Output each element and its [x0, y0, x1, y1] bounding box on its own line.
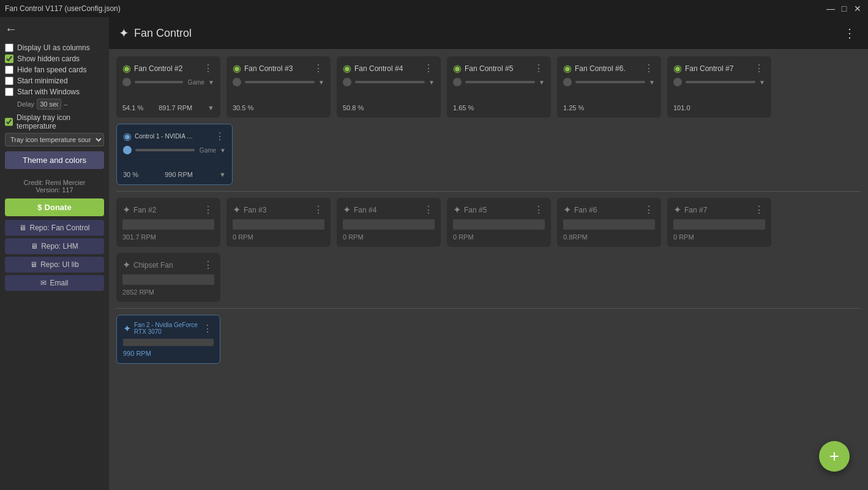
chipset-header: ✦ Chipset Fan ⋮: [122, 259, 214, 271]
nvidia-mini-menu-button[interactable]: ⋮: [201, 323, 214, 334]
fan-speed-card-fan3: ✦ Fan #3 ⋮ 0 RPM: [226, 198, 331, 247]
delay-row: Delay –: [17, 99, 104, 110]
fc3-header: ◉ Fan Control #3 ⋮: [233, 62, 324, 74]
fc4-dropdown-arrow: ▼: [428, 79, 435, 86]
fc2-header: ◉ Fan Control #2 ⋮: [122, 62, 214, 74]
display-tray-checkbox[interactable]: [5, 118, 13, 126]
fan1-menu-button[interactable]: ⋮: [202, 204, 214, 216]
fc6-title: Fan Control #6.: [575, 64, 626, 73]
fc5-menu-button[interactable]: ⋮: [533, 62, 545, 74]
minimize-button[interactable]: —: [825, 3, 836, 14]
fc7-control: ▼: [673, 78, 765, 86]
fc3-control: ▼: [233, 78, 324, 86]
fan4-menu-button[interactable]: ⋮: [422, 204, 435, 216]
fc5-control-bar: [465, 81, 535, 83]
repo-ui-lib-label: Repo: UI lib: [40, 260, 79, 269]
display-col-checkbox[interactable]: [5, 43, 13, 52]
fc2-menu-button[interactable]: ⋮: [202, 62, 214, 74]
fc3-fan-icon: ◉: [233, 62, 241, 74]
fc2-title: Fan Control #2: [134, 64, 182, 73]
fc5-control: ▼: [453, 78, 545, 86]
fan7-rpm: 0 RPM: [673, 233, 765, 241]
fan6-bar: [563, 219, 655, 230]
fc7-menu-button[interactable]: ⋮: [753, 62, 765, 74]
start-minimized-checkbox[interactable]: [5, 77, 13, 85]
start-minimized-row: Start minimized: [5, 77, 104, 85]
credit-section: Credit: Remi Mercier Version: 117: [5, 179, 104, 194]
display-col-row: Display UI as columns: [5, 43, 104, 52]
nvidia-mini-header: ✦ Fan 2 - Nvidia GeForce RTX 3070 ⋮: [123, 322, 214, 335]
fc5-control-circle: [453, 78, 462, 86]
fan-control-card-nvidia: ◉ Control 1 - NVIDIA GeForce RTX 3070 ⋮ …: [116, 124, 233, 185]
display-tray-row: Display tray icon temperature: [5, 113, 104, 130]
envelope-icon: ✉: [40, 279, 47, 287]
fan-control-card-fc4: ◉ Fan Control #4 ⋮ ▼ 50.8 %: [337, 56, 441, 118]
maximize-button[interactable]: □: [839, 3, 850, 14]
credit-text: Credit: Remi Mercier: [5, 179, 104, 186]
fc4-menu-button[interactable]: ⋮: [422, 62, 435, 74]
fan1-rpm: 301.7 RPM: [122, 233, 214, 241]
repo-ui-lib-button[interactable]: 🖥 Repo: UI lib: [5, 257, 104, 273]
delay-dash: –: [64, 100, 67, 108]
close-button[interactable]: ✕: [852, 3, 863, 14]
fc5-dropdown-arrow: ▼: [539, 79, 545, 86]
start-windows-checkbox[interactable]: [5, 88, 13, 96]
repo-fan-control-button[interactable]: 🖥 Repo: Fan Control: [5, 220, 104, 236]
fc3-percent: 30.5 %: [233, 104, 253, 111]
fan7-title: Fan #7: [684, 206, 707, 214]
fan5-menu-button[interactable]: ⋮: [533, 204, 545, 216]
back-button[interactable]: ←: [5, 22, 104, 36]
display-tray-label: Display tray icon temperature: [17, 113, 104, 130]
hide-fan-speed-row: Hide fan speed cards: [5, 66, 104, 74]
repo-lhm-button[interactable]: 🖥 Repo: LHM: [5, 238, 104, 254]
fc5-percent: 1.65 %: [453, 104, 474, 111]
start-minimized-label: Start minimized: [17, 77, 68, 85]
repo-lhm-label: Repo: LHM: [41, 242, 78, 251]
donate-button[interactable]: $ Donate: [5, 198, 104, 216]
main-content: ✦ Fan Control ⋮ ◉ Fan Control #2 ⋮: [109, 17, 868, 490]
fan6-menu-button[interactable]: ⋮: [643, 204, 655, 216]
fc3-title: Fan Control #3: [244, 64, 293, 73]
fan7-header: ✦ Fan #7 ⋮: [673, 204, 765, 216]
fc4-header: ◉ Fan Control #4 ⋮: [343, 62, 435, 74]
fan3-menu-button[interactable]: ⋮: [312, 204, 324, 216]
fc2-dropdown-arrow: ▼: [208, 79, 214, 86]
nvidia-mini-icon: ✦: [123, 323, 131, 334]
fan3-icon: ✦: [233, 204, 241, 216]
theme-colors-button[interactable]: Theme and colors: [5, 151, 104, 169]
tray-source-select[interactable]: Tray icon temperature source: [5, 133, 104, 146]
hide-fan-speed-checkbox[interactable]: [5, 66, 13, 74]
delay-input[interactable]: [37, 99, 61, 110]
nvidia-menu-button[interactable]: ⋮: [214, 130, 226, 142]
fc2-rpm: 891.7 RPM: [159, 104, 192, 111]
fc5-header: ◉ Fan Control #5 ⋮: [453, 62, 545, 74]
title-bar: Fan Control V117 (userConfig.json) — □ ✕: [0, 0, 868, 17]
show-hidden-checkbox[interactable]: [5, 55, 13, 63]
header-menu-button[interactable]: ⋮: [841, 23, 858, 43]
control-cards-row: ◉ Fan Control #2 ⋮ Game ▼ 54.1 % 891.7 R…: [116, 56, 861, 185]
donate-icon: $: [37, 203, 42, 212]
fan6-title: Fan #6: [574, 206, 597, 214]
fc6-control-bar: [575, 81, 645, 83]
nvidia-mini-rpm: 990 RPM: [123, 350, 214, 357]
fc3-dropdown-arrow: ▼: [318, 79, 324, 86]
fan7-icon: ✦: [673, 204, 681, 216]
email-button[interactable]: ✉ Email: [5, 275, 104, 291]
cards-area: ◉ Fan Control #2 ⋮ Game ▼ 54.1 % 891.7 R…: [109, 49, 868, 490]
nvidia-fan-icon: ◉: [123, 130, 132, 142]
chipset-menu-button[interactable]: ⋮: [202, 259, 214, 271]
fc6-fan-icon: ◉: [563, 62, 572, 74]
chipset-rpm: 2852 RPM: [122, 288, 214, 296]
fan-speed-card-fan1: ✦ Fan #2 ⋮ 301.7 RPM: [116, 198, 220, 247]
start-windows-label: Start with Windows: [17, 88, 80, 96]
nvidia-title: Control 1 - NVIDIA GeForce RTX 3070: [135, 133, 196, 140]
fan7-menu-button[interactable]: ⋮: [753, 204, 765, 216]
repo-fan-control-label: Repo: Fan Control: [29, 224, 89, 232]
fc3-menu-button[interactable]: ⋮: [312, 62, 324, 74]
fan5-bar: [453, 219, 545, 230]
fan-control-card-fc5: ◉ Fan Control #5 ⋮ ▼ 1.65 %: [447, 56, 551, 118]
add-fab-button[interactable]: +: [819, 441, 850, 472]
fc6-menu-button[interactable]: ⋮: [643, 62, 655, 74]
section-divider-2: [116, 308, 861, 309]
nvidia-control: Game ▼: [123, 146, 226, 154]
